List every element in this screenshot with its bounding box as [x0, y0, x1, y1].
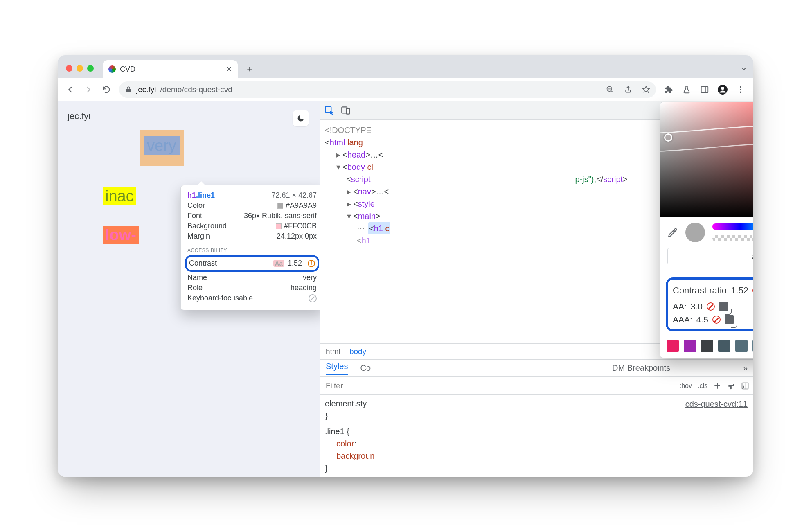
content-area: jec.fyi very inac low- h1.line1 72.61 × … — [58, 101, 753, 477]
new-rule-icon[interactable] — [713, 382, 721, 390]
contrast-ratio-label: Contrast ratio — [673, 285, 727, 296]
computed-icon[interactable] — [741, 382, 749, 390]
tooltip-font-value: 36px Rubik, sans-serif — [244, 212, 317, 220]
tooltip-contrast-value: 1.52 — [288, 259, 302, 268]
contrast-sample-icon: Aa — [273, 260, 284, 267]
tooltip-name-value: very — [303, 273, 317, 282]
styles-tabs: Styles Co — [320, 360, 606, 377]
current-color-swatch — [685, 223, 705, 242]
hex-label: HEX — [660, 267, 753, 274]
aa-value: 3.0 — [691, 302, 703, 311]
tooltip-a11y-header: ACCESSIBILITY — [187, 244, 317, 253]
share-icon[interactable] — [624, 86, 632, 94]
styles-area: Styles Co element.sty } .line1 { color: … — [320, 360, 753, 477]
eyedropper-icon[interactable] — [667, 227, 678, 238]
tab-styles[interactable]: Styles — [326, 362, 348, 375]
address-host: jec.fyi — [136, 85, 156, 94]
right-tabs: DM Breakpoints » — [606, 360, 753, 377]
palette-swatch[interactable] — [718, 340, 730, 352]
fail-icon — [712, 316, 721, 324]
bookmark-icon[interactable] — [642, 86, 650, 94]
hover-toggle[interactable]: :hov — [680, 382, 692, 390]
palette-swatch[interactable] — [701, 340, 713, 352]
paint-icon[interactable] — [727, 382, 735, 390]
tab-dom-breakpoints[interactable]: DM Breakpoints — [612, 363, 670, 373]
sidepanel-icon[interactable] — [697, 82, 712, 97]
tab-strip: CVD ✕ ＋ — [58, 55, 753, 78]
inspect-tooltip: h1.line1 72.61 × 42.67 Color #A9A9A9 Fon… — [180, 185, 324, 310]
styles-toolbar: :hov .cls — [606, 377, 753, 395]
inspect-element-icon[interactable] — [324, 105, 335, 116]
crumb-html[interactable]: html — [326, 347, 340, 356]
zoom-out-icon[interactable] — [606, 86, 614, 94]
palette-swatches — [660, 336, 753, 358]
close-window-button[interactable] — [66, 65, 72, 72]
fail-icon — [707, 302, 715, 311]
crumb-body[interactable]: body — [349, 347, 366, 356]
minimize-window-button[interactable] — [77, 65, 83, 72]
dark-mode-toggle[interactable] — [293, 110, 309, 126]
labs-icon[interactable] — [679, 82, 694, 97]
extensions-icon[interactable] — [661, 82, 676, 97]
class-toggle[interactable]: .cls — [698, 382, 707, 390]
not-focusable-icon — [309, 294, 317, 302]
tabs-more-icon[interactable]: » — [743, 363, 748, 373]
tooltip-role-label: Role — [187, 284, 203, 292]
tab-title: CVD — [120, 65, 135, 74]
palette-swatch[interactable] — [735, 340, 748, 352]
close-tab-icon[interactable]: ✕ — [226, 65, 232, 74]
css-rules[interactable]: element.sty } .line1 { color: backgroun … — [320, 395, 606, 477]
demo-block-2: inac — [103, 187, 136, 205]
svg-point-6 — [740, 91, 741, 93]
browser-tab[interactable]: CVD ✕ — [103, 60, 238, 78]
color-gradient[interactable] — [660, 102, 753, 217]
svg-rect-1 — [701, 86, 708, 92]
browser-window: CVD ✕ ＋ jec.fyi/demo/cds-quest-cvd jec.f — [58, 55, 753, 477]
reload-button[interactable] — [99, 82, 114, 97]
back-button[interactable] — [63, 82, 78, 97]
contrast-callout: Contrast Aa 1.52 ! — [185, 255, 319, 272]
svg-point-5 — [740, 89, 741, 90]
dom-line: <!DOCTYPE — [325, 126, 372, 135]
address-path: /demo/cds-quest-cvd — [160, 85, 232, 94]
palette-swatch[interactable] — [752, 340, 753, 352]
styles-left-panel: Styles Co element.sty } .line1 { color: … — [320, 360, 606, 477]
tooltip-kbfocus-label: Keyboard-focusable — [187, 294, 253, 302]
hex-input[interactable] — [667, 248, 753, 264]
svg-rect-9 — [346, 108, 350, 114]
aaa-label: AAA: — [673, 315, 692, 325]
forward-button[interactable] — [81, 82, 96, 97]
palette-swatch[interactable] — [667, 340, 679, 352]
tooltip-font-label: Font — [187, 212, 202, 220]
profile-icon[interactable] — [715, 82, 730, 97]
svg-rect-13 — [742, 383, 748, 389]
demo-blocks: very inac low- — [140, 130, 184, 244]
warning-icon: ! — [308, 260, 315, 267]
demo-block-1: very — [140, 130, 184, 166]
suggest-color-icon[interactable] — [719, 302, 728, 311]
maximize-window-button[interactable] — [87, 65, 94, 72]
styles-filter-input[interactable] — [320, 381, 606, 390]
kebab-menu-icon[interactable] — [733, 82, 748, 97]
new-tab-button[interactable]: ＋ — [243, 62, 257, 76]
gradient-cursor-icon[interactable] — [664, 133, 672, 142]
fail-icon — [752, 286, 753, 295]
address-bar[interactable]: jec.fyi/demo/cds-quest-cvd — [119, 81, 656, 98]
suggest-color-icon[interactable] — [725, 315, 734, 324]
tabs-overflow-icon[interactable] — [740, 65, 748, 72]
color-picker: ▲▼ HEX Contrast ratio 1.52 AA: — [660, 102, 753, 358]
hue-slider[interactable] — [712, 223, 753, 230]
style-source-link[interactable]: cds-quest-cvd:11 — [606, 395, 753, 413]
tab-computed[interactable]: Co — [360, 363, 371, 373]
palette-swatch[interactable] — [684, 340, 696, 352]
tooltip-color-label: Color — [187, 201, 205, 210]
tooltip-margin-label: Margin — [187, 232, 210, 241]
color-swatch-icon — [277, 203, 283, 209]
styles-right-panel: DM Breakpoints » :hov .cls cds-quest-cvd… — [606, 360, 753, 477]
tooltip-name-label: Name — [187, 273, 207, 282]
device-toggle-icon[interactable] — [340, 105, 351, 116]
lock-icon — [125, 86, 132, 93]
dom-selected-node[interactable]: <h1 c — [368, 222, 390, 234]
alpha-slider[interactable] — [712, 235, 753, 241]
demo-block-3: low- — [103, 226, 139, 244]
